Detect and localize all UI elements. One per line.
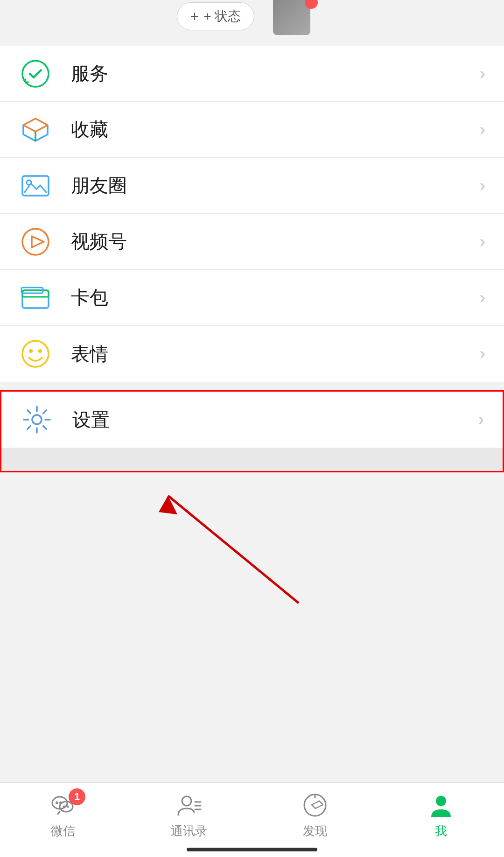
tab-me-label: 我 (435, 823, 447, 839)
svg-point-37 (436, 796, 446, 806)
me-icon (426, 790, 456, 820)
tab-me[interactable]: 我 (378, 790, 504, 839)
tab-contacts[interactable]: 通讯录 (126, 790, 252, 839)
red-arrow-annotation (103, 472, 336, 612)
avatar (273, 0, 310, 35)
plus-icon: + (190, 8, 199, 25)
settings-highlight-box: 设置 › (0, 390, 504, 472)
svg-marker-1 (23, 119, 48, 132)
svg-marker-35 (312, 801, 323, 808)
svg-point-13 (32, 415, 42, 424)
tab-wechat-label: 微信 (51, 823, 75, 839)
tab-contacts-label: 通讯录 (171, 823, 207, 839)
svg-point-25 (56, 801, 58, 804)
top-section: + + 状态 (0, 0, 504, 37)
svg-point-10 (22, 341, 49, 367)
favorites-label: 收藏 (71, 117, 480, 142)
tab-wechat[interactable]: 1 微信 (0, 790, 126, 839)
top-divider (0, 37, 504, 46)
wallet-icon (19, 281, 52, 315)
svg-point-11 (29, 349, 33, 353)
contacts-icon (174, 790, 204, 820)
menu-item-wallet[interactable]: 卡包 › (0, 270, 504, 326)
svg-point-4 (27, 180, 31, 185)
menu-item-moments[interactable]: 朋友圈 › (0, 158, 504, 214)
home-indicator (187, 848, 317, 851)
svg-point-30 (182, 796, 191, 806)
menu-item-emoji[interactable]: 表情 › (0, 326, 504, 382)
wallet-chevron: › (480, 288, 485, 308)
svg-marker-23 (159, 496, 177, 514)
emoji-icon (19, 337, 52, 371)
menu-item-favorites[interactable]: 收藏 › (0, 102, 504, 158)
channels-icon (19, 225, 52, 259)
svg-line-18 (28, 410, 31, 414)
status-button[interactable]: + + 状态 (177, 2, 255, 30)
channels-label: 视频号 (71, 229, 480, 254)
settings-label: 设置 (72, 407, 478, 433)
service-icon (19, 57, 52, 91)
settings-icon (20, 403, 54, 436)
emoji-label: 表情 (71, 341, 480, 367)
settings-divider (0, 382, 504, 390)
menu-item-settings[interactable]: 设置 › (1, 392, 503, 448)
menu-list: 服务 › 收藏 › 朋友圈 › (0, 46, 504, 382)
annotation-area (0, 472, 504, 631)
svg-rect-3 (22, 176, 49, 196)
discover-icon (300, 790, 330, 820)
favorites-icon (19, 113, 52, 147)
favorites-chevron: › (480, 120, 485, 140)
tab-discover-label: 发现 (303, 823, 327, 839)
emoji-chevron: › (480, 344, 485, 364)
svg-line-22 (168, 496, 299, 603)
svg-marker-6 (32, 236, 44, 247)
svg-point-28 (63, 806, 65, 808)
svg-line-21 (28, 426, 31, 429)
tab-discover[interactable]: 发现 (252, 790, 378, 839)
svg-point-12 (38, 349, 42, 353)
service-label: 服务 (71, 61, 480, 86)
svg-line-19 (43, 426, 47, 429)
wechat-badge: 1 (69, 788, 85, 805)
channels-chevron: › (480, 232, 485, 252)
wallet-label: 卡包 (71, 285, 480, 310)
moments-label: 朋友圈 (71, 173, 480, 198)
status-label: + 状态 (203, 7, 241, 25)
svg-point-29 (67, 806, 69, 808)
svg-line-20 (43, 410, 47, 414)
settings-chevron: › (478, 410, 484, 429)
moments-chevron: › (480, 176, 485, 196)
settings-bottom-gray (1, 448, 503, 471)
tab-bar: 1 微信 通讯录 (0, 782, 504, 857)
friend-avatars (273, 0, 327, 35)
menu-item-channels[interactable]: 视频号 › (0, 214, 504, 270)
service-chevron: › (480, 64, 485, 84)
friend-count-badge (305, 0, 318, 9)
menu-item-service[interactable]: 服务 › (0, 46, 504, 102)
moments-icon (19, 169, 52, 203)
